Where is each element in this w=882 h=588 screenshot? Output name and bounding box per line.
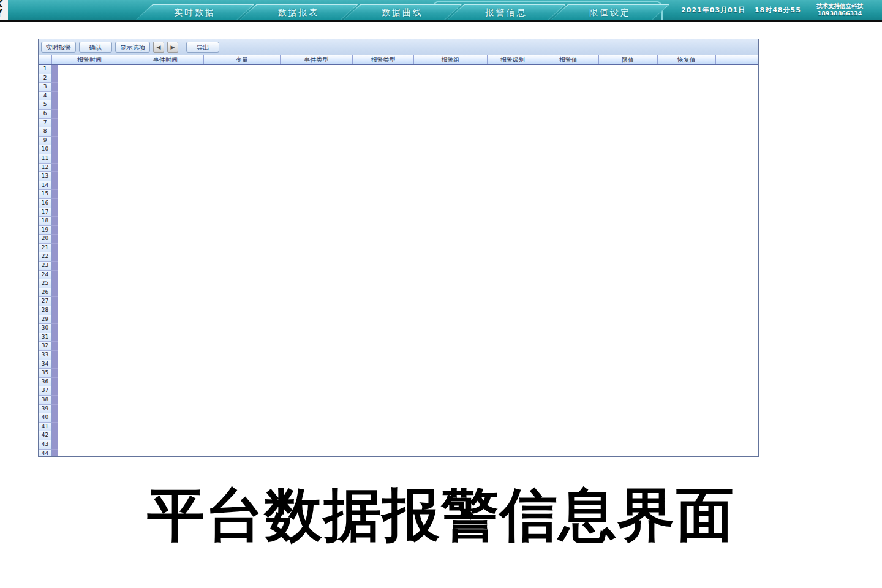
table-row[interactable]: 22: [39, 252, 758, 262]
table-row[interactable]: 33: [39, 351, 758, 360]
column-header: 报警值: [538, 55, 599, 64]
table-row[interactable]: 24: [39, 271, 758, 280]
tab-alarm-info[interactable]: 报警信息: [447, 4, 566, 20]
table-row[interactable]: 15: [39, 190, 758, 199]
tab-limit-setting[interactable]: 限值设定: [551, 4, 669, 20]
table-row[interactable]: 6: [39, 110, 758, 119]
table-cell-filler: [58, 279, 758, 288]
row-number: 35: [39, 369, 52, 378]
table-cell-filler: [58, 119, 758, 128]
table-row[interactable]: 25: [39, 279, 758, 288]
table-row[interactable]: 21: [39, 244, 758, 253]
row-number: 11: [39, 154, 52, 164]
tab-realtime-data[interactable]: 实时数据: [135, 4, 254, 20]
row-number: 4: [39, 92, 52, 101]
table-row[interactable]: 4: [39, 92, 758, 101]
column-header: 变量: [204, 55, 281, 64]
column-header: 报警级别: [488, 55, 538, 64]
row-number: 40: [39, 413, 52, 423]
table-row[interactable]: 34: [39, 360, 758, 369]
table-cell-filler: [58, 154, 758, 164]
table-row[interactable]: 5: [39, 100, 758, 110]
table-row[interactable]: 9: [39, 137, 758, 146]
row-number: 36: [39, 378, 52, 387]
row-number: 9: [39, 137, 52, 146]
next-page-button[interactable]: ▶: [167, 42, 178, 53]
table-row[interactable]: 29: [39, 315, 758, 325]
table-row[interactable]: 41: [39, 423, 758, 432]
row-number: 12: [39, 164, 52, 173]
table-cell-filler: [58, 423, 758, 432]
table-row[interactable]: 26: [39, 288, 758, 298]
row-number: 41: [39, 423, 52, 432]
table-row[interactable]: 37: [39, 386, 758, 396]
table-cell-filler: [58, 217, 758, 226]
table-row[interactable]: 36: [39, 378, 758, 387]
row-number: 24: [39, 271, 52, 280]
table-row[interactable]: 18: [39, 217, 758, 226]
table-row[interactable]: 2: [39, 74, 758, 83]
table-row[interactable]: 14: [39, 181, 758, 190]
prev-page-button[interactable]: ◀: [153, 42, 164, 53]
table-cell-filler: [58, 324, 758, 333]
table-cell-filler: [58, 378, 758, 387]
table-cell-filler: [58, 137, 758, 146]
table-row[interactable]: 17: [39, 208, 758, 217]
table-row[interactable]: 32: [39, 342, 758, 351]
nav-time: 18时48分55秒: [737, 6, 801, 22]
table-row[interactable]: 23: [39, 262, 758, 271]
row-number: 15: [39, 190, 52, 199]
row-number: 28: [39, 306, 52, 315]
table-cell-filler: [58, 405, 758, 414]
row-number: 21: [39, 244, 52, 253]
table-row[interactable]: 30: [39, 324, 758, 333]
table-row[interactable]: 35: [39, 369, 758, 378]
row-number: 30: [39, 324, 52, 333]
table-row[interactable]: 44: [39, 450, 758, 457]
table-cell-filler: [58, 431, 758, 440]
confirm-button[interactable]: 确认: [79, 42, 112, 53]
row-number: 18: [39, 217, 52, 226]
row-number: 32: [39, 342, 52, 351]
table-row[interactable]: 1: [39, 65, 758, 74]
table-row[interactable]: 40: [39, 413, 758, 423]
table-row[interactable]: 7: [39, 119, 758, 128]
tab-data-report[interactable]: 数据报表: [239, 4, 358, 20]
display-options-button[interactable]: 显示选项: [115, 42, 150, 53]
row-number-header: [39, 55, 52, 64]
table-row[interactable]: 20: [39, 235, 758, 244]
table-row[interactable]: 11: [39, 154, 758, 164]
column-header: 事件类型: [281, 55, 353, 64]
table-row[interactable]: 38: [39, 396, 758, 405]
table-cell-filler: [58, 235, 758, 244]
table-row[interactable]: 42: [39, 431, 758, 440]
table-row[interactable]: 8: [39, 127, 758, 137]
row-number: 33: [39, 351, 52, 360]
table-row[interactable]: 31: [39, 333, 758, 342]
table-row[interactable]: 27: [39, 297, 758, 306]
page-caption: 平台数据报警信息界面: [0, 479, 882, 551]
export-button[interactable]: 导出: [186, 42, 219, 53]
realtime-alarm-button[interactable]: 实时报警: [41, 42, 76, 53]
table-cell-filler: [58, 288, 758, 298]
table-row[interactable]: 12: [39, 164, 758, 173]
table-row[interactable]: 43: [39, 440, 758, 450]
column-header-filler: [716, 55, 758, 64]
table-row[interactable]: 10: [39, 145, 758, 154]
row-number: 25: [39, 279, 52, 288]
nav-support-contact: 技术支持信立科技 18938866334: [801, 2, 878, 20]
alarm-panel: 实时报警 确认 显示选项 ◀ ▶ 导出 报警时间事件时间变量事件类型报警类型报警…: [38, 39, 759, 457]
row-number: 38: [39, 396, 52, 405]
row-number: 44: [39, 450, 52, 457]
row-number: 5: [39, 100, 52, 110]
table-row[interactable]: 16: [39, 199, 758, 208]
table-row[interactable]: 19: [39, 226, 758, 235]
table-row[interactable]: 39: [39, 405, 758, 414]
row-number: 34: [39, 360, 52, 369]
table-row[interactable]: 28: [39, 306, 758, 315]
table-row[interactable]: 13: [39, 172, 758, 181]
row-number: 16: [39, 199, 52, 208]
tab-data-curve[interactable]: 数据曲线: [343, 4, 462, 20]
alarm-toolbar: 实时报警 确认 显示选项 ◀ ▶ 导出: [39, 39, 758, 55]
table-row[interactable]: 3: [39, 83, 758, 92]
